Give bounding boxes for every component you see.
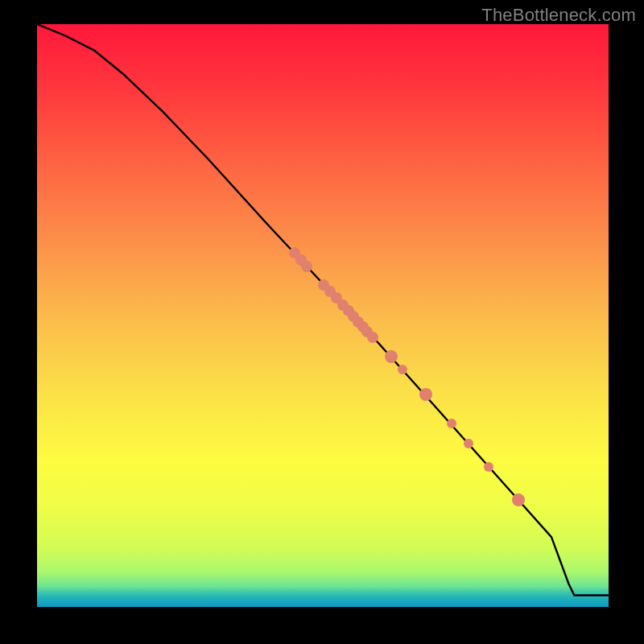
chart-curve [37,24,609,607]
chart-marker [464,439,473,448]
chart-marker [419,388,432,401]
watermark-text: TheBottleneck.com [481,5,636,26]
chart-line-path [37,24,609,596]
chart-marker [398,365,407,374]
chart-marker [385,350,398,363]
chart-marker [301,261,312,272]
chart-marker [512,493,525,506]
chart-marker [484,462,493,472]
chart-marker [367,332,378,343]
chart-area [37,24,609,607]
chart-marker [447,419,456,428]
